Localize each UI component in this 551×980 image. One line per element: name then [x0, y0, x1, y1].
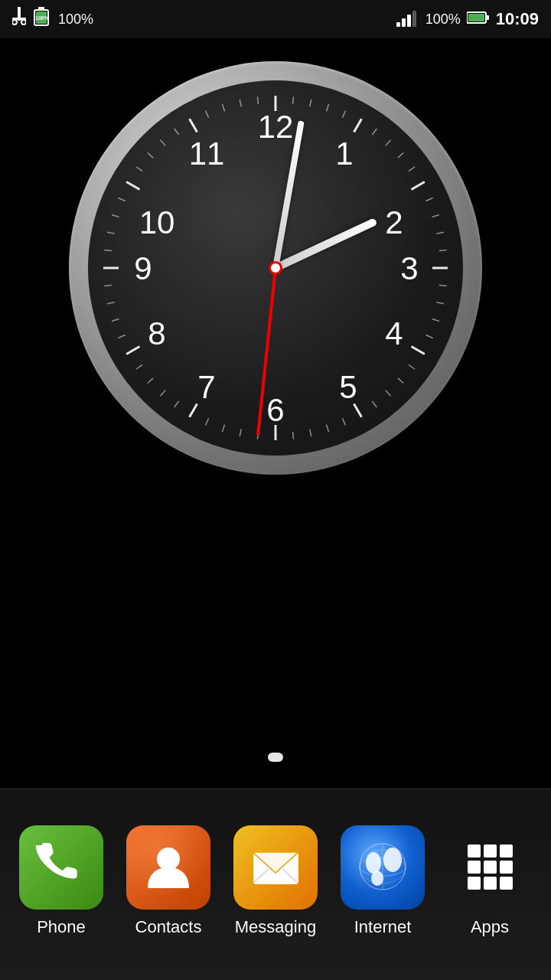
- svg-line-59: [112, 318, 119, 321]
- dock-item-apps[interactable]: Apps: [448, 825, 532, 937]
- svg-line-65: [112, 214, 119, 217]
- svg-rect-12: [407, 15, 411, 27]
- svg-rect-102: [468, 861, 481, 874]
- svg-line-51: [205, 418, 208, 425]
- svg-line-37: [412, 347, 425, 354]
- svg-rect-101: [500, 844, 513, 858]
- svg-point-2: [12, 20, 17, 24]
- contacts-icon: [126, 825, 210, 910]
- svg-text:100%: 100%: [35, 15, 50, 21]
- svg-text:3: 3: [400, 250, 418, 286]
- svg-line-28: [425, 198, 432, 201]
- svg-line-31: [439, 250, 447, 250]
- svg-line-76: [257, 96, 258, 104]
- messaging-icon: [233, 825, 318, 910]
- svg-text:10: 10: [139, 204, 175, 240]
- battery-percent-label: 100%: [58, 11, 93, 28]
- messaging-label: Messaging: [235, 917, 316, 937]
- battery-full-icon: [467, 11, 490, 28]
- svg-line-25: [398, 152, 403, 158]
- svg-line-72: [190, 119, 197, 132]
- svg-line-38: [409, 364, 415, 369]
- svg-line-68: [136, 167, 142, 172]
- svg-line-30: [436, 232, 444, 234]
- svg-line-39: [398, 378, 403, 384]
- svg-line-44: [326, 424, 328, 432]
- svg-rect-104: [500, 861, 513, 874]
- svg-rect-105: [468, 877, 481, 890]
- svg-text:6: 6: [266, 392, 284, 428]
- svg-rect-10: [396, 22, 400, 27]
- internet-icon: [341, 825, 425, 910]
- svg-line-41: [372, 401, 377, 407]
- svg-rect-107: [500, 877, 513, 890]
- clock-widget: 12 1 2 3 4 5 6 7 8 9 10 11: [69, 61, 482, 475]
- svg-line-75: [240, 100, 241, 107]
- svg-rect-16: [468, 14, 484, 21]
- svg-line-61: [104, 285, 112, 286]
- dock-item-phone[interactable]: Phone: [19, 825, 103, 937]
- svg-line-58: [118, 335, 125, 338]
- svg-line-66: [118, 198, 125, 201]
- svg-line-60: [107, 302, 115, 304]
- svg-line-40: [386, 390, 391, 396]
- svg-rect-91: [254, 853, 298, 884]
- svg-line-27: [412, 182, 425, 190]
- svg-line-55: [148, 378, 153, 384]
- svg-text:5: 5: [339, 369, 357, 405]
- internet-label: Internet: [354, 917, 412, 937]
- svg-line-22: [354, 119, 362, 132]
- svg-line-69: [148, 152, 153, 158]
- svg-line-21: [342, 110, 345, 117]
- battery-percent-right: 100%: [425, 11, 461, 28]
- svg-text:4: 4: [385, 315, 403, 351]
- dock-item-internet[interactable]: Internet: [341, 825, 425, 937]
- svg-rect-7: [38, 7, 44, 10]
- time-display: 10:09: [496, 9, 539, 29]
- svg-line-50: [222, 424, 224, 432]
- svg-line-53: [174, 401, 179, 407]
- svg-line-23: [372, 129, 377, 135]
- battery-small-icon: 100%: [34, 7, 51, 31]
- svg-line-70: [160, 140, 165, 145]
- svg-line-43: [342, 418, 345, 425]
- svg-text:7: 7: [197, 369, 215, 405]
- svg-rect-103: [484, 861, 497, 874]
- svg-line-19: [310, 100, 311, 107]
- svg-line-35: [432, 318, 439, 321]
- svg-text:11: 11: [189, 136, 225, 172]
- svg-line-73: [205, 110, 208, 117]
- svg-rect-99: [468, 844, 481, 858]
- clock-center-dot: [269, 261, 282, 275]
- dock: Phone Contacts: [0, 789, 551, 980]
- svg-point-89: [157, 848, 180, 871]
- status-bar: 100% 100% 100% 10:09: [0, 0, 551, 38]
- svg-line-18: [292, 96, 293, 104]
- svg-line-20: [326, 104, 328, 112]
- svg-rect-15: [486, 15, 489, 20]
- svg-line-46: [292, 432, 293, 439]
- signal-icon: [396, 8, 419, 30]
- svg-line-26: [409, 167, 415, 172]
- svg-line-74: [222, 104, 224, 112]
- svg-line-57: [126, 347, 139, 354]
- phone-icon: [19, 825, 103, 910]
- svg-rect-106: [484, 877, 497, 890]
- svg-line-63: [104, 250, 112, 250]
- page-dot-active: [268, 753, 283, 762]
- phone-label: Phone: [37, 917, 86, 937]
- svg-line-24: [386, 140, 391, 145]
- svg-line-36: [425, 335, 432, 338]
- dock-item-messaging[interactable]: Messaging: [233, 825, 318, 937]
- svg-point-93: [366, 852, 381, 874]
- svg-line-64: [107, 232, 115, 234]
- svg-line-34: [436, 302, 444, 304]
- svg-text:9: 9: [134, 250, 152, 286]
- svg-point-3: [21, 20, 26, 24]
- svg-line-54: [160, 390, 165, 396]
- svg-line-42: [354, 404, 362, 417]
- svg-text:12: 12: [258, 109, 294, 145]
- dock-item-contacts[interactable]: Contacts: [126, 825, 210, 937]
- svg-line-33: [439, 285, 447, 286]
- clock-face: 12 1 2 3 4 5 6 7 8 9 10 11: [88, 80, 463, 456]
